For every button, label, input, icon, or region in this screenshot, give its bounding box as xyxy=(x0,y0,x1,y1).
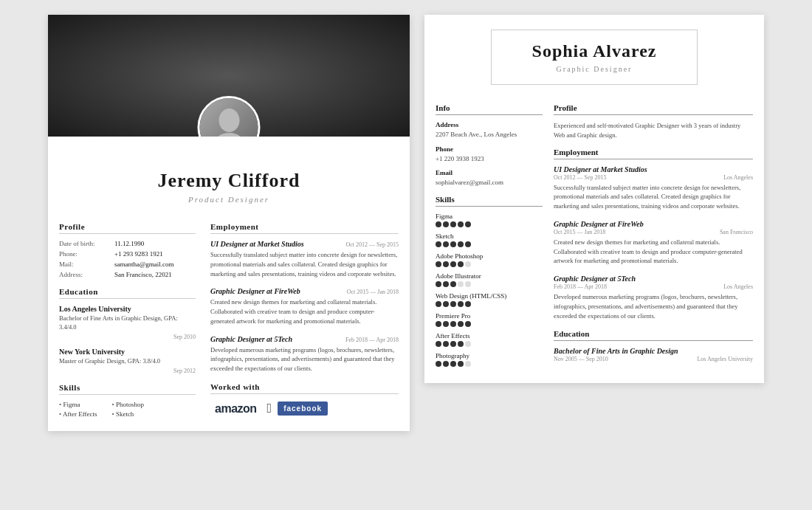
right-job-3-desc: Developed numerous marketing programs (l… xyxy=(554,292,753,320)
dot xyxy=(458,221,464,227)
right-profile-title: Profile xyxy=(554,103,753,115)
dot xyxy=(436,321,441,327)
left-column-2: Employment UI Designer at Market Studios… xyxy=(210,222,399,420)
dot-empty xyxy=(458,281,464,287)
apple-logo:  xyxy=(267,401,272,416)
skill-after-effects: After Effects xyxy=(59,410,97,418)
right-job-2-dates-loc: Oct 2015 — Jan 2018 San Francisco xyxy=(554,229,753,235)
dot xyxy=(465,321,471,327)
right-job-2-loc: San Francisco xyxy=(720,229,753,235)
right-person-title: Graphic Designer xyxy=(506,65,682,73)
left-skills-section: Skills Figma After Effects Photoshop Ske… xyxy=(59,383,196,420)
dot xyxy=(465,221,471,227)
skill-aftereffects-r: After Effects xyxy=(436,332,543,347)
right-edu-1: Bachelor of Fine Arts in Graphic Design … xyxy=(554,347,753,362)
right-job-1-desc: Successfully translated subject matter i… xyxy=(554,183,753,211)
dot-empty xyxy=(465,361,471,367)
email-label-r: Email xyxy=(436,169,543,176)
job-2-title: Graphic Designer at FireWeb xyxy=(210,287,300,295)
right-body: Info Address 2207 Beach Ave., Los Angele… xyxy=(424,100,764,383)
job-3-dates: Feb 2018 — Apr 2018 xyxy=(345,337,399,343)
edu-degree-1: Bachelor of Fine Arts in Graphic Design,… xyxy=(59,314,196,332)
skill-sketch-label: Sketch xyxy=(436,232,543,240)
skill-photoshop-dots xyxy=(436,261,543,267)
skill-webdesign-label: Web Design (HTML/CSS) xyxy=(436,292,543,300)
avatar-image xyxy=(200,98,258,137)
dot xyxy=(443,361,449,367)
skill-premiere-dots xyxy=(436,321,543,327)
skill-figma-r: Figma xyxy=(436,213,543,227)
right-employment-section: Employment UI Designer at Market Studios… xyxy=(554,148,753,321)
right-employment-title: Employment xyxy=(554,148,753,159)
dob-value: 11.12.1990 xyxy=(114,240,144,247)
skill-figma-dots xyxy=(436,221,543,227)
dot xyxy=(450,261,456,267)
skill-webdesign-r: Web Design (HTML/CSS) xyxy=(436,292,543,307)
right-job-1-dates-loc: Oct 2012 — Sep 2015 Los Angeles xyxy=(554,174,753,181)
skill-aftereffects-label: After Effects xyxy=(436,332,543,340)
job-1: UI Designer at Market Studios Oct 2012 —… xyxy=(210,240,399,278)
left-education-section: Education Los Angeles University Bachelo… xyxy=(59,287,196,374)
profile-section-title: Profile xyxy=(59,222,196,234)
skills-col-1: Figma After Effects xyxy=(59,401,97,420)
skill-illustrator-label: Adobe Illustrator xyxy=(436,272,543,280)
dot xyxy=(443,341,449,347)
skill-illustrator-dots xyxy=(436,281,543,287)
right-job-3-dates: Feb 2018 — Apr 2018 xyxy=(554,283,607,290)
job-1-desc: Successfully translated subject matter i… xyxy=(210,250,399,278)
dot xyxy=(450,341,456,347)
dob-row: Date of birth: 11.12.1990 xyxy=(59,240,196,247)
right-column-2: Profile Experienced and self-motivated G… xyxy=(554,103,753,372)
dot xyxy=(458,361,464,367)
job-2-dates: Oct 2015 — Jan 2018 xyxy=(347,289,399,295)
right-edu-location: Los Angeles University xyxy=(697,356,753,362)
skill-illustrator-r: Adobe Illustrator xyxy=(436,272,543,287)
dot xyxy=(436,261,441,267)
dot xyxy=(465,301,471,307)
dot xyxy=(443,241,449,247)
job-3-desc: Developed numerous marketing programs (l… xyxy=(210,345,399,373)
skill-aftereffects-dots xyxy=(436,341,543,347)
mail-row: Mail: samantha@gmail.com xyxy=(59,261,196,268)
dot xyxy=(450,241,456,247)
right-job-2: Graphic Designer at FireWeb Oct 2015 — J… xyxy=(554,220,753,266)
amazon-logo: amazon xyxy=(210,400,261,418)
dot xyxy=(458,241,464,247)
phone-label: Phone: xyxy=(59,250,114,258)
right-job-2-title: Graphic Designer at FireWeb xyxy=(554,220,753,228)
job-3-title: Graphic Designer at 5Tech xyxy=(210,335,292,343)
job-1-title: UI Designer at Market Studios xyxy=(210,240,304,248)
phone-label-r: Phone xyxy=(436,145,543,153)
skill-sketch-r: Sketch xyxy=(436,232,543,247)
skill-figma: Figma xyxy=(59,401,97,408)
job-2-title-line: Graphic Designer at FireWeb Oct 2015 — J… xyxy=(210,287,399,295)
right-edu-degree-1: Bachelor of Fine Arts in Graphic Design xyxy=(554,347,753,355)
dot xyxy=(436,241,441,247)
phone-value-r: +1 220 3938 1923 xyxy=(436,154,543,164)
phone-row: Phone: +1 293 9283 1921 xyxy=(59,250,196,258)
dot xyxy=(436,361,441,367)
right-profile-section: Profile Experienced and self-motivated G… xyxy=(554,103,753,140)
dot xyxy=(458,301,464,307)
job-1-title-line: UI Designer at Market Studios Oct 2012 —… xyxy=(210,240,399,248)
mail-value: samantha@gmail.com xyxy=(114,261,174,268)
dot xyxy=(443,281,449,287)
dot xyxy=(436,341,441,347)
job-2: Graphic Designer at FireWeb Oct 2015 — J… xyxy=(210,287,399,325)
right-resume: Sophia Alvarez Graphic Designer Info Add… xyxy=(424,15,764,383)
right-profile-text: Experienced and self-motivated Graphic D… xyxy=(554,121,753,140)
dot xyxy=(465,241,471,247)
address-value: San Francisco, 22021 xyxy=(114,271,172,278)
right-job-3-dates-loc: Feb 2018 — Apr 2018 Los Angeles xyxy=(554,283,753,290)
right-edu-dates-loc: Nov 2005 — Sep 2010 Los Angeles Universi… xyxy=(554,356,753,362)
edu-date-1: Sep 2010 xyxy=(59,334,196,340)
address-value-r: 2207 Beach Ave., Los Angeles xyxy=(436,130,543,139)
skill-premiere-label: Premiere Pro xyxy=(436,312,543,320)
worked-logos: amazon  facebook xyxy=(210,400,399,418)
right-job-2-dates: Oct 2015 — Jan 2018 xyxy=(554,229,605,235)
svg-point-0 xyxy=(219,108,239,132)
dob-label: Date of birth: xyxy=(59,240,114,247)
dot xyxy=(450,221,456,227)
right-job-1-loc: Los Angeles xyxy=(723,174,753,181)
left-profile-section: Profile Date of birth: 11.12.1990 Phone:… xyxy=(59,222,196,278)
